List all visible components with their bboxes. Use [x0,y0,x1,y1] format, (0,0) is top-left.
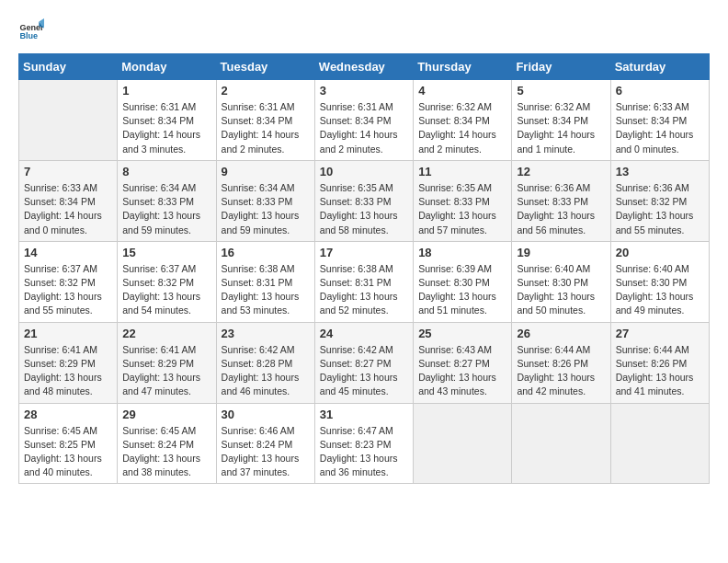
calendar-cell: 31Sunrise: 6:47 AM Sunset: 8:23 PM Dayli… [314,403,413,484]
day-number: 22 [122,327,210,340]
day-number: 27 [616,327,704,340]
day-number: 2 [222,84,310,98]
day-number: 18 [418,246,506,259]
day-info: Sunrise: 6:42 AM Sunset: 8:27 PM Dayligh… [320,343,408,399]
calendar-cell: 7Sunrise: 6:33 AM Sunset: 8:34 PM Daylig… [19,160,118,241]
day-info: Sunrise: 6:42 AM Sunset: 8:28 PM Dayligh… [222,343,310,399]
calendar-cell: 11Sunrise: 6:35 AM Sunset: 8:33 PM Dayli… [414,160,512,241]
day-info: Sunrise: 6:40 AM Sunset: 8:30 PM Dayligh… [616,262,704,318]
day-number: 17 [320,246,408,259]
day-number: 25 [418,327,506,340]
calendar-cell: 15Sunrise: 6:37 AM Sunset: 8:32 PM Dayli… [118,241,216,322]
day-info: Sunrise: 6:33 AM Sunset: 8:34 PM Dayligh… [616,100,704,156]
day-info: Sunrise: 6:31 AM Sunset: 8:34 PM Dayligh… [320,100,408,156]
calendar-cell: 17Sunrise: 6:38 AM Sunset: 8:31 PM Dayli… [314,241,413,322]
calendar-cell: 1Sunrise: 6:31 AM Sunset: 8:34 PM Daylig… [118,80,216,161]
day-info: Sunrise: 6:32 AM Sunset: 8:34 PM Dayligh… [517,100,605,156]
day-number: 5 [517,84,605,98]
day-header-monday: Monday [118,54,216,80]
logo-icon: General Blue [18,18,44,44]
day-header-tuesday: Tuesday [216,54,314,80]
calendar-cell: 25Sunrise: 6:43 AM Sunset: 8:27 PM Dayli… [414,322,512,403]
day-number: 29 [122,408,210,421]
day-header-wednesday: Wednesday [314,54,413,80]
day-info: Sunrise: 6:31 AM Sunset: 8:34 PM Dayligh… [122,100,210,156]
day-info: Sunrise: 6:44 AM Sunset: 8:26 PM Dayligh… [616,343,704,399]
day-header-sunday: Sunday [19,54,118,80]
day-number: 3 [320,84,408,98]
calendar-cell: 30Sunrise: 6:46 AM Sunset: 8:24 PM Dayli… [216,403,314,484]
calendar-cell: 14Sunrise: 6:37 AM Sunset: 8:32 PM Dayli… [19,241,118,322]
calendar-cell [19,80,118,161]
calendar-cell: 12Sunrise: 6:36 AM Sunset: 8:33 PM Dayli… [512,160,610,241]
calendar-cell: 29Sunrise: 6:45 AM Sunset: 8:24 PM Dayli… [118,403,216,484]
calendar-cell: 27Sunrise: 6:44 AM Sunset: 8:26 PM Dayli… [610,322,709,403]
day-info: Sunrise: 6:39 AM Sunset: 8:30 PM Dayligh… [418,262,506,318]
calendar-cell: 28Sunrise: 6:45 AM Sunset: 8:25 PM Dayli… [19,403,118,484]
svg-text:Blue: Blue [19,31,38,40]
day-info: Sunrise: 6:37 AM Sunset: 8:32 PM Dayligh… [24,262,112,318]
day-number: 4 [418,84,506,98]
calendar-cell: 22Sunrise: 6:41 AM Sunset: 8:29 PM Dayli… [118,322,216,403]
day-info: Sunrise: 6:40 AM Sunset: 8:30 PM Dayligh… [517,262,605,318]
calendar-cell: 6Sunrise: 6:33 AM Sunset: 8:34 PM Daylig… [610,80,709,161]
day-info: Sunrise: 6:32 AM Sunset: 8:34 PM Dayligh… [418,100,506,156]
day-number: 26 [517,327,605,340]
day-info: Sunrise: 6:45 AM Sunset: 8:25 PM Dayligh… [24,424,112,480]
calendar-cell: 8Sunrise: 6:34 AM Sunset: 8:33 PM Daylig… [118,160,216,241]
day-info: Sunrise: 6:34 AM Sunset: 8:33 PM Dayligh… [122,181,210,237]
day-info: Sunrise: 6:36 AM Sunset: 8:33 PM Dayligh… [517,181,605,237]
calendar-cell: 10Sunrise: 6:35 AM Sunset: 8:33 PM Dayli… [314,160,413,241]
calendar-cell [414,403,512,484]
day-number: 8 [122,165,210,178]
calendar-cell: 3Sunrise: 6:31 AM Sunset: 8:34 PM Daylig… [314,80,413,161]
calendar-cell: 4Sunrise: 6:32 AM Sunset: 8:34 PM Daylig… [414,80,512,161]
header-row: SundayMondayTuesdayWednesdayThursdayFrid… [19,54,710,80]
day-number: 28 [24,408,112,421]
day-number: 9 [222,165,310,178]
calendar-cell: 9Sunrise: 6:34 AM Sunset: 8:33 PM Daylig… [216,160,314,241]
calendar-table: SundayMondayTuesdayWednesdayThursdayFrid… [18,53,710,484]
day-number: 23 [222,327,310,340]
week-row-4: 21Sunrise: 6:41 AM Sunset: 8:29 PM Dayli… [19,322,710,403]
day-number: 6 [616,84,704,98]
week-row-2: 7Sunrise: 6:33 AM Sunset: 8:34 PM Daylig… [19,160,710,241]
day-info: Sunrise: 6:43 AM Sunset: 8:27 PM Dayligh… [418,343,506,399]
header: General Blue [18,18,710,44]
day-info: Sunrise: 6:44 AM Sunset: 8:26 PM Dayligh… [517,343,605,399]
calendar-cell: 5Sunrise: 6:32 AM Sunset: 8:34 PM Daylig… [512,80,610,161]
logo: General Blue [18,18,44,44]
calendar-cell: 26Sunrise: 6:44 AM Sunset: 8:26 PM Dayli… [512,322,610,403]
calendar-cell: 24Sunrise: 6:42 AM Sunset: 8:27 PM Dayli… [314,322,413,403]
day-info: Sunrise: 6:45 AM Sunset: 8:24 PM Dayligh… [122,424,210,480]
day-number: 24 [320,327,408,340]
week-row-3: 14Sunrise: 6:37 AM Sunset: 8:32 PM Dayli… [19,241,710,322]
day-info: Sunrise: 6:46 AM Sunset: 8:24 PM Dayligh… [222,424,310,480]
day-number: 21 [24,327,112,340]
calendar-cell [512,403,610,484]
day-number: 19 [517,246,605,259]
day-number: 12 [517,165,605,178]
day-info: Sunrise: 6:35 AM Sunset: 8:33 PM Dayligh… [320,181,408,237]
day-number: 11 [418,165,506,178]
calendar-cell: 18Sunrise: 6:39 AM Sunset: 8:30 PM Dayli… [414,241,512,322]
week-row-5: 28Sunrise: 6:45 AM Sunset: 8:25 PM Dayli… [19,403,710,484]
day-header-friday: Friday [512,54,610,80]
day-number: 15 [122,246,210,259]
calendar-cell: 19Sunrise: 6:40 AM Sunset: 8:30 PM Dayli… [512,241,610,322]
day-info: Sunrise: 6:41 AM Sunset: 8:29 PM Dayligh… [122,343,210,399]
day-info: Sunrise: 6:37 AM Sunset: 8:32 PM Dayligh… [122,262,210,318]
day-info: Sunrise: 6:31 AM Sunset: 8:34 PM Dayligh… [222,100,310,156]
calendar-cell: 13Sunrise: 6:36 AM Sunset: 8:32 PM Dayli… [610,160,709,241]
day-header-saturday: Saturday [610,54,709,80]
week-row-1: 1Sunrise: 6:31 AM Sunset: 8:34 PM Daylig… [19,80,710,161]
day-info: Sunrise: 6:47 AM Sunset: 8:23 PM Dayligh… [320,424,408,480]
calendar-cell: 16Sunrise: 6:38 AM Sunset: 8:31 PM Dayli… [216,241,314,322]
day-info: Sunrise: 6:41 AM Sunset: 8:29 PM Dayligh… [24,343,112,399]
day-info: Sunrise: 6:34 AM Sunset: 8:33 PM Dayligh… [222,181,310,237]
calendar-cell [610,403,709,484]
day-number: 30 [222,408,310,421]
day-info: Sunrise: 6:38 AM Sunset: 8:31 PM Dayligh… [320,262,408,318]
calendar-cell: 2Sunrise: 6:31 AM Sunset: 8:34 PM Daylig… [216,80,314,161]
day-info: Sunrise: 6:33 AM Sunset: 8:34 PM Dayligh… [24,181,112,237]
